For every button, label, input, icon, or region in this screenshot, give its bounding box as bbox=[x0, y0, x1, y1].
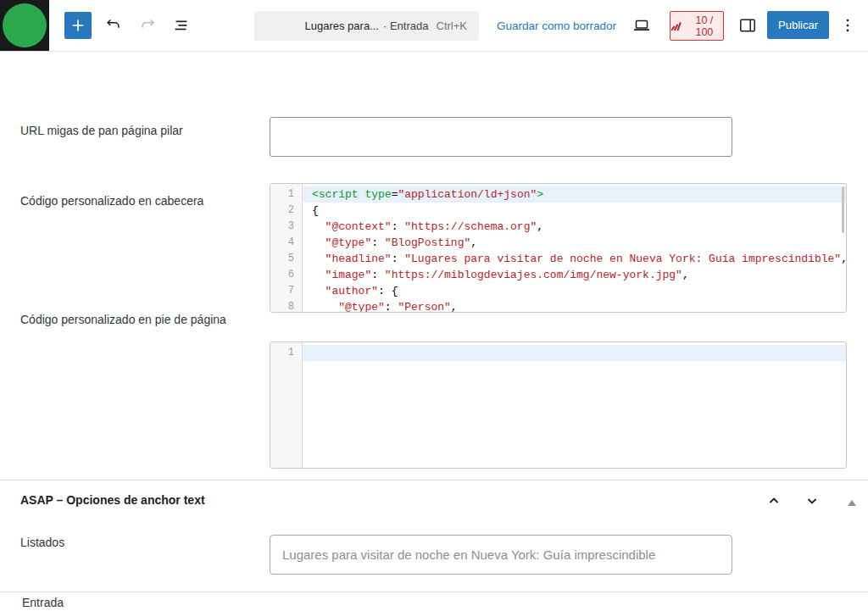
site-logo-icon bbox=[3, 3, 47, 47]
footer-code-editor[interactable]: 1 bbox=[270, 342, 847, 469]
publish-button[interactable]: Publicar bbox=[767, 11, 829, 39]
post-type-label: · Entrada bbox=[383, 19, 428, 32]
line-number-gutter: 12345678 bbox=[270, 184, 303, 312]
plus-icon bbox=[69, 16, 87, 35]
chevron-up-icon bbox=[767, 494, 781, 508]
breadcrumb-url-input[interactable] bbox=[270, 117, 732, 157]
document-overview-button[interactable] bbox=[168, 12, 195, 39]
footer-code-label: Código personalizado en pie de página bbox=[20, 313, 226, 326]
add-block-button[interactable] bbox=[64, 12, 92, 39]
header-code-editor[interactable]: 12345678 <script type="application/ld+js… bbox=[270, 183, 847, 313]
breadcrumb-url-label: URL migas de pan página pilar bbox=[20, 124, 183, 137]
listados-input[interactable] bbox=[270, 535, 732, 575]
ellipsis-vertical-icon bbox=[838, 16, 857, 35]
move-panel-up-button[interactable] bbox=[762, 491, 786, 511]
move-panel-down-button[interactable] bbox=[800, 491, 824, 511]
editor-scrollbar[interactable] bbox=[842, 186, 844, 233]
rank-math-icon bbox=[670, 20, 682, 31]
code-area[interactable]: <script type="application/ld+json">{ "@c… bbox=[303, 184, 846, 312]
save-draft-link[interactable]: Guardar como borrador bbox=[497, 0, 616, 51]
triangle-up-icon bbox=[848, 500, 856, 506]
editor-topbar: Lugares para... · Entrada Ctrl+K Guardar… bbox=[0, 0, 868, 52]
seo-score-value: 10 / 100 bbox=[686, 14, 723, 38]
post-meta-panels: URL migas de pan página pilar Código per… bbox=[0, 52, 868, 611]
seo-score-badge[interactable]: 10 / 100 bbox=[670, 11, 724, 41]
options-menu-button[interactable] bbox=[834, 12, 861, 39]
asap-panel-title: ASAP – Opciones de anchor text bbox=[20, 493, 205, 507]
list-view-icon bbox=[172, 16, 191, 35]
entrada-label: Entrada bbox=[22, 596, 64, 609]
code-area[interactable] bbox=[303, 342, 846, 468]
redo-icon bbox=[138, 16, 157, 35]
collapse-panel-button[interactable] bbox=[840, 492, 864, 513]
chevron-down-icon bbox=[805, 494, 819, 508]
redo-button[interactable] bbox=[134, 12, 161, 39]
undo-icon bbox=[104, 16, 123, 35]
settings-sidebar-toggle[interactable] bbox=[734, 12, 761, 39]
site-icon-button[interactable] bbox=[0, 0, 49, 51]
desktop-icon bbox=[632, 15, 652, 36]
command-center-button[interactable]: Lugares para... · Entrada Ctrl+K bbox=[254, 11, 479, 41]
preview-button[interactable] bbox=[628, 12, 655, 39]
keyboard-shortcut-hint: Ctrl+K bbox=[437, 19, 467, 32]
listados-label: Listados bbox=[20, 536, 64, 549]
document-title: Lugares para... bbox=[305, 19, 379, 32]
panel-divider bbox=[0, 592, 868, 592]
line-number-gutter: 1 bbox=[270, 342, 303, 468]
undo-button[interactable] bbox=[100, 12, 127, 39]
header-code-label: Código personalizado en cabecera bbox=[20, 194, 203, 208]
sidebar-panel-icon bbox=[737, 15, 758, 36]
panel-divider bbox=[0, 480, 868, 480]
